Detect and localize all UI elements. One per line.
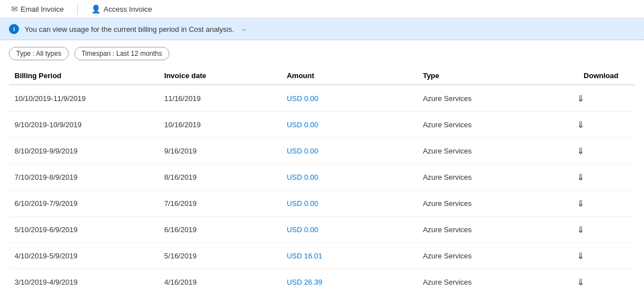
invoices-table: Billing Period Invoice date Amount Type …	[9, 67, 635, 293]
cost-analysis-link[interactable]: →	[240, 25, 247, 33]
table-row: 3/10/2019-4/9/20194/16/2019USD 26.39Azur…	[9, 269, 635, 294]
type-cell: Azure Services	[417, 190, 567, 217]
amount-link[interactable]: USD 0.00	[287, 94, 318, 103]
download-button[interactable]: ⇓	[572, 169, 588, 185]
table-row: 9/10/2019-10/9/201910/16/2019USD 0.00Azu…	[9, 112, 635, 138]
table-row: 10/10/2019-11/9/201911/16/2019USD 0.00Az…	[9, 85, 635, 112]
email-invoice-button[interactable]: ✉ Email Invoice	[9, 3, 66, 15]
info-banner: i You can view usage for the current bil…	[0, 18, 644, 40]
email-icon: ✉	[11, 4, 18, 13]
billing-period-cell: 5/10/2019-6/9/2019	[9, 217, 159, 243]
amount-cell[interactable]: USD 0.00	[281, 190, 417, 217]
download-cell[interactable]: ⇓	[567, 217, 635, 243]
download-cell[interactable]: ⇓	[567, 243, 635, 269]
invoice-date-cell: 10/16/2019	[159, 112, 281, 138]
filter-bar: Type : All types Timespan : Last 12 mont…	[0, 40, 644, 67]
billing-period-cell: 6/10/2019-7/9/2019	[9, 190, 159, 217]
timespan-filter-button[interactable]: Timespan : Last 12 months	[74, 47, 169, 60]
download-button[interactable]: ⇓	[572, 248, 588, 263]
amount-link[interactable]: USD 0.00	[287, 199, 318, 208]
billing-period-cell: 9/10/2019-10/9/2019	[9, 112, 159, 138]
type-cell: Azure Services	[417, 243, 567, 269]
type-cell: Azure Services	[417, 85, 567, 112]
download-cell[interactable]: ⇓	[567, 112, 635, 138]
amount-cell[interactable]: USD 16.01	[281, 243, 417, 269]
invoice-date-cell: 8/16/2019	[159, 164, 281, 190]
invoice-date-cell: 5/16/2019	[159, 243, 281, 269]
col-header-billing-period: Billing Period	[9, 67, 159, 85]
col-header-type: Type	[417, 67, 567, 85]
info-icon: i	[9, 24, 19, 34]
amount-cell[interactable]: USD 0.00	[281, 85, 417, 112]
invoice-date-cell: 7/16/2019	[159, 190, 281, 217]
billing-period-cell: 8/10/2019-9/9/2019	[9, 138, 159, 164]
billing-period-cell: 3/10/2019-4/9/2019	[9, 269, 159, 294]
download-button[interactable]: ⇓	[572, 222, 588, 237]
download-button[interactable]: ⇓	[572, 143, 588, 158]
billing-period-cell: 4/10/2019-5/9/2019	[9, 243, 159, 269]
type-filter-button[interactable]: Type : All types	[9, 47, 69, 60]
table-row: 5/10/2019-6/9/20196/16/2019USD 0.00Azure…	[9, 217, 635, 243]
table-row: 8/10/2019-9/9/20199/16/2019USD 0.00Azure…	[9, 138, 635, 164]
billing-period-cell: 7/10/2019-8/9/2019	[9, 164, 159, 190]
amount-cell[interactable]: USD 26.39	[281, 269, 417, 294]
access-invoice-label: Access Invoice	[103, 5, 152, 13]
invoices-table-container: Billing Period Invoice date Amount Type …	[0, 67, 644, 293]
download-cell[interactable]: ⇓	[567, 85, 635, 112]
access-invoice-button[interactable]: 👤 Access Invoice	[89, 3, 154, 15]
download-button[interactable]: ⇓	[572, 195, 588, 211]
table-row: 6/10/2019-7/9/20197/16/2019USD 0.00Azure…	[9, 190, 635, 217]
type-cell: Azure Services	[417, 112, 567, 138]
invoice-date-cell: 11/16/2019	[159, 85, 281, 112]
invoice-date-cell: 4/16/2019	[159, 269, 281, 294]
invoice-date-cell: 6/16/2019	[159, 217, 281, 243]
amount-cell[interactable]: USD 0.00	[281, 217, 417, 243]
amount-link[interactable]: USD 0.00	[287, 121, 318, 129]
download-button[interactable]: ⇓	[572, 274, 588, 290]
info-message: You can view usage for the current billi…	[25, 25, 234, 33]
type-cell: Azure Services	[417, 269, 567, 294]
col-header-amount: Amount	[281, 67, 417, 85]
amount-link[interactable]: USD 26.39	[287, 278, 323, 286]
download-button[interactable]: ⇓	[572, 90, 588, 106]
amount-cell[interactable]: USD 0.00	[281, 138, 417, 164]
download-cell[interactable]: ⇓	[567, 190, 635, 217]
download-cell[interactable]: ⇓	[567, 269, 635, 294]
table-row: 7/10/2019-8/9/20198/16/2019USD 0.00Azure…	[9, 164, 635, 190]
table-row: 4/10/2019-5/9/20195/16/2019USD 16.01Azur…	[9, 243, 635, 269]
col-header-invoice-date: Invoice date	[159, 67, 281, 85]
amount-link[interactable]: USD 0.00	[287, 173, 318, 181]
download-cell[interactable]: ⇓	[567, 138, 635, 164]
amount-link[interactable]: USD 16.01	[287, 252, 323, 260]
amount-link[interactable]: USD 0.00	[287, 225, 318, 234]
col-header-download: Download	[567, 67, 635, 85]
amount-cell[interactable]: USD 0.00	[281, 112, 417, 138]
toolbar: ✉ Email Invoice 👤 Access Invoice	[0, 0, 644, 18]
download-button[interactable]: ⇓	[572, 117, 588, 132]
toolbar-separator	[77, 3, 78, 15]
type-cell: Azure Services	[417, 217, 567, 243]
download-cell[interactable]: ⇓	[567, 164, 635, 190]
invoice-date-cell: 9/16/2019	[159, 138, 281, 164]
type-cell: Azure Services	[417, 164, 567, 190]
email-invoice-label: Email Invoice	[21, 5, 64, 13]
person-icon: 👤	[91, 4, 101, 13]
type-cell: Azure Services	[417, 138, 567, 164]
amount-link[interactable]: USD 0.00	[287, 147, 318, 155]
amount-cell[interactable]: USD 0.00	[281, 164, 417, 190]
table-header-row: Billing Period Invoice date Amount Type …	[9, 67, 635, 85]
billing-period-cell: 10/10/2019-11/9/2019	[9, 85, 159, 112]
